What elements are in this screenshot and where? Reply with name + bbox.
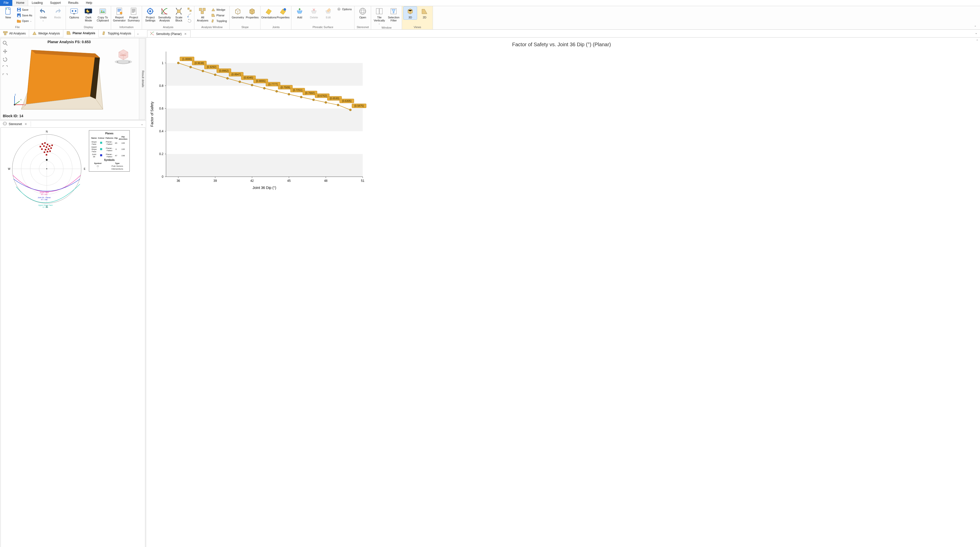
tab-loading[interactable]: Loading	[28, 0, 46, 6]
redo-button[interactable]: Redo	[51, 6, 64, 19]
ribbon-group-undo: Undo Redo	[35, 6, 66, 29]
water-add-icon	[296, 7, 304, 15]
slope-properties-button[interactable]: Properties	[245, 6, 259, 19]
menu-bar: File Home Loading Support Results Help	[0, 0, 980, 6]
report-icon	[115, 7, 123, 15]
saveas-button[interactable]: Save As	[16, 13, 33, 18]
selection-filter-button[interactable]: Selection Filter	[387, 6, 400, 22]
analysis-sm1-button[interactable]	[186, 7, 192, 12]
stereonet-view[interactable]: N S E W Slope Face 65 / 195 Joint 36 - P…	[0, 127, 145, 547]
project-settings-button[interactable]: Project Settings	[143, 6, 157, 22]
orientation-gizmo[interactable]: FRONT	[112, 46, 135, 67]
planar-icon	[211, 13, 215, 17]
dark-mode-button[interactable]: Dark Mode	[82, 6, 95, 22]
svg-point-71	[14, 104, 15, 105]
svg-rect-95	[46, 154, 47, 156]
svg-point-148	[214, 74, 216, 76]
stereonet-close-icon[interactable]: ✕	[24, 122, 28, 126]
svg-text:{0.8345}: {0.8345}	[243, 76, 253, 79]
orientations-button[interactable]: Orientations	[262, 6, 275, 19]
tab-toppling-analysis[interactable]: Toppling Analysis	[99, 30, 135, 37]
slope-geometry-button[interactable]: Geometry	[231, 6, 244, 19]
project-summary-button[interactable]: Project Summary	[127, 6, 140, 22]
pan-icon[interactable]	[2, 48, 8, 55]
collapse-icon[interactable]	[2, 73, 8, 79]
result-details-toggle[interactable]: Result details	[139, 38, 145, 119]
orientations-icon	[265, 7, 273, 15]
svg-text:0.6: 0.6	[159, 107, 164, 110]
scale-block-button[interactable]: Scale Block	[172, 6, 185, 22]
tab-support[interactable]: Support	[46, 0, 65, 6]
svg-rect-92	[44, 151, 45, 153]
view-3d-button[interactable]: 3D	[404, 6, 417, 19]
svg-text:N: N	[46, 130, 48, 133]
joint-properties-button[interactable]: Properties	[276, 6, 290, 19]
svg-point-166	[288, 93, 290, 95]
stereonet-dropdown[interactable]: ⌄	[138, 122, 146, 126]
svg-rect-17	[118, 9, 121, 10]
ribbon-collapse-icon[interactable]: ⌃	[434, 25, 978, 29]
orient-label: Orientations	[261, 16, 276, 19]
svg-text:45: 45	[287, 179, 291, 183]
tab-results[interactable]: Results	[65, 0, 82, 6]
svg-point-172	[313, 99, 315, 101]
copy-clipboard-button[interactable]: Copy To Clipboard	[96, 6, 109, 22]
planar-button[interactable]: Planar	[210, 13, 228, 18]
sensitivity-chart[interactable]: 00.20.40.60.81363942454851Joint 36 Dip (…	[148, 49, 368, 192]
chart-caret-up-icon[interactable]: ⌃	[976, 39, 978, 43]
tab-sensitivity[interactable]: Sensitivity (Planar) ✕	[147, 30, 191, 37]
view-2d-button[interactable]: 2D	[418, 6, 431, 19]
svg-rect-24	[132, 11, 135, 11]
phreatic-delete-button[interactable]: Delete	[307, 6, 321, 19]
svg-text:65 / 195: 65 / 195	[41, 194, 47, 196]
toppling-button[interactable]: Toppling	[210, 18, 228, 24]
svg-rect-49	[380, 8, 382, 14]
svg-text:FRONT: FRONT	[120, 54, 127, 56]
tab-planar-analysis[interactable]: Planar Analysis	[63, 30, 99, 37]
reset-view-icon[interactable]	[2, 56, 8, 63]
svg-rect-93	[47, 151, 48, 153]
all-analyses-button[interactable]: All Analyses	[196, 6, 209, 22]
tile-vertically-button[interactable]: Tile Vertically	[373, 6, 386, 25]
svg-marker-59	[26, 50, 95, 104]
planar-small-icon	[67, 31, 71, 35]
save-button[interactable]: Save	[16, 7, 33, 12]
tab-all-analyses[interactable]: All Analyses	[0, 30, 29, 37]
analysis-sm2-button[interactable]	[186, 13, 192, 18]
report-generator-button[interactable]: Report Generator	[113, 6, 126, 22]
view3d-toolbar	[2, 40, 8, 79]
stereonet-open-button[interactable]: Open	[356, 6, 369, 19]
tab-home[interactable]: Home	[12, 0, 28, 6]
phreatic-options-button[interactable]: Options	[336, 6, 353, 12]
wedge-button[interactable]: Wedge	[210, 7, 228, 12]
svg-rect-7	[70, 9, 78, 13]
open-button[interactable]: Open	[16, 18, 33, 24]
new-button[interactable]: New	[2, 6, 15, 19]
expand-icon[interactable]	[2, 64, 8, 71]
sensitivity-analysis-button[interactable]: Sensitivity Analysis	[158, 6, 171, 22]
worktabs-dropdown[interactable]: ⌄	[135, 30, 141, 37]
svg-rect-94	[49, 150, 51, 152]
zoom-icon[interactable]	[2, 40, 8, 46]
display-options-button[interactable]: Options	[67, 6, 81, 19]
tab-wedge-analysis[interactable]: Wedge Analysis	[29, 30, 63, 37]
group-title-analysis: Analysis	[143, 25, 192, 29]
planar-3d-view[interactable]: Planar Analysis FS: 0.653	[0, 38, 145, 120]
svg-point-8	[72, 10, 73, 12]
undo-button[interactable]: Undo	[37, 6, 50, 22]
svg-point-97	[46, 168, 47, 169]
svg-rect-48	[376, 8, 379, 14]
senstab-close-icon[interactable]: ✕	[183, 32, 188, 36]
new-doc-icon	[4, 7, 12, 15]
phreatic-edit-button[interactable]: Edit	[321, 6, 335, 19]
svg-rect-87	[51, 145, 53, 146]
analysis-sm3-button[interactable]	[186, 18, 192, 24]
phreatic-add-button[interactable]: Add	[293, 6, 306, 19]
sens-dropdown[interactable]: ⌄	[972, 30, 980, 37]
wedge-label: Wedge	[216, 8, 225, 11]
tab-stereonet[interactable]: Stereonet ✕	[0, 121, 31, 127]
tab-file[interactable]: File	[0, 0, 12, 6]
tab-help[interactable]: Help	[82, 0, 96, 6]
all-analyses-small-icon	[3, 31, 8, 36]
svg-point-46	[360, 10, 366, 13]
